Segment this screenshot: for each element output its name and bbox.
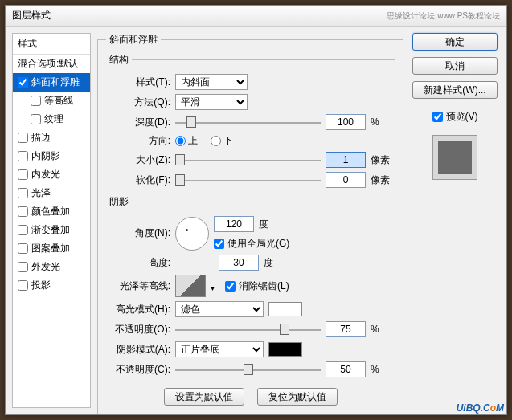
highlight-opacity-unit: % [371,324,395,335]
angle-label: 角度(N): [106,226,170,240]
style-bevel-emboss[interactable]: 斜面和浮雕 [13,73,90,92]
styles-list-panel: 样式 混合选项:默认 斜面和浮雕 等高线 纹理 描边 内阴影 内发光 光泽 颜色… [12,33,91,408]
shadow-opacity-input[interactable] [326,361,366,377]
structure-legend: 结构 [106,53,132,67]
bevel-checkbox[interactable] [18,77,28,88]
satin-checkbox[interactable] [18,188,28,198]
texture-checkbox[interactable] [31,114,41,124]
style-inner-glow[interactable]: 内发光 [13,165,90,184]
right-button-panel: 确定 取消 新建样式(W)... 预览(V) [410,33,500,408]
size-input[interactable] [326,152,366,168]
highlight-opacity-slider[interactable] [175,322,321,336]
preview-swatch [432,135,477,180]
style-gradient-overlay[interactable]: 渐变叠加 [13,221,90,239]
inner-glow-checkbox[interactable] [18,169,28,180]
watermark-text: 思缘设计论坛 www PS教程论坛 [387,10,500,22]
soften-unit: 像素 [371,173,395,187]
window-title: 图层样式 [12,9,51,22]
direction-down[interactable]: 下 [211,134,233,148]
style-outer-glow[interactable]: 外发光 [13,258,90,276]
gloss-contour-picker[interactable]: ▾ [175,275,206,297]
shadow-opacity-unit: % [371,364,395,375]
style-blend-options[interactable]: 混合选项:默认 [13,55,90,73]
direction-label: 方向: [106,134,170,148]
style-texture[interactable]: 纹理 [13,110,90,128]
style-contour[interactable]: 等高线 [13,92,90,110]
altitude-label: 高度: [106,256,170,270]
drop-shadow-checkbox[interactable] [18,280,28,291]
depth-label: 深度(D): [106,116,170,129]
contour-checkbox[interactable] [31,96,41,106]
cancel-button[interactable]: 取消 [412,57,498,75]
layer-style-dialog: 图层样式 思缘设计论坛 www PS教程论坛 样式 混合选项:默认 斜面和浮雕 … [5,5,507,415]
stroke-checkbox[interactable] [18,133,28,143]
size-label: 大小(Z): [106,153,170,167]
structure-fieldset: 结构 样式(T): 内斜面 方法(Q): 平滑 深度(D): % [106,53,395,192]
angle-dial[interactable] [175,217,209,251]
styles-header: 样式 [13,34,90,55]
main-settings-panel: 斜面和浮雕 结构 样式(T): 内斜面 方法(Q): 平滑 深度(D): [97,33,403,408]
shadow-opacity-label: 不透明度(C): [106,363,170,377]
pattern-overlay-checkbox[interactable] [18,243,28,254]
reset-default-button[interactable]: 复位为默认值 [257,388,338,406]
angle-input[interactable] [214,216,254,232]
altitude-input[interactable] [219,255,259,271]
style-pattern-overlay[interactable]: 图案叠加 [13,239,90,258]
depth-slider[interactable] [175,115,321,129]
style-color-overlay[interactable]: 颜色叠加 [13,202,90,221]
global-light-check[interactable]: 使用全局光(G) [214,237,289,251]
shading-legend: 阴影 [106,195,132,209]
bevel-legend: 斜面和浮雕 [106,33,161,47]
soften-slider[interactable] [175,173,321,187]
gloss-label: 光泽等高线: [106,279,170,293]
highlight-mode-label: 高光模式(H): [106,303,170,316]
caret-icon: ▾ [211,283,215,292]
technique-label: 方法(Q): [106,96,170,109]
technique-select[interactable]: 平滑 [175,94,248,110]
shadow-color-swatch[interactable] [268,342,302,357]
style-satin[interactable]: 光泽 [13,184,90,202]
antialias-check[interactable]: 消除锯齿(L) [225,279,289,293]
highlight-color-swatch[interactable] [268,302,302,316]
shadow-mode-select[interactable]: 正片叠底 [175,341,264,357]
shadow-opacity-slider[interactable] [175,362,321,377]
color-overlay-checkbox[interactable] [18,206,28,217]
watermark-logo: UiBQ.CoM [457,398,504,415]
gradient-overlay-checkbox[interactable] [18,225,28,235]
make-default-button[interactable]: 设置为默认值 [164,388,244,406]
style-label: 样式(T): [106,75,170,89]
direction-up[interactable]: 上 [175,134,198,148]
size-unit: 像素 [371,153,395,167]
inner-shadow-checkbox[interactable] [18,151,28,161]
titlebar[interactable]: 图层样式 思缘设计论坛 www PS教程论坛 [6,6,506,27]
style-inner-shadow[interactable]: 内阴影 [13,147,90,165]
soften-label: 软化(F): [106,173,170,187]
style-stroke[interactable]: 描边 [13,128,90,147]
highlight-opacity-input[interactable] [326,321,366,337]
altitude-unit: 度 [264,256,288,270]
shading-fieldset: 阴影 角度(N): 度 使用全局光(G) 高度: [106,195,395,381]
new-style-button[interactable]: 新建样式(W)... [412,81,498,99]
bevel-fieldset: 斜面和浮雕 结构 样式(T): 内斜面 方法(Q): 平滑 深度(D): [97,33,403,414]
angle-unit: 度 [259,218,283,231]
highlight-opacity-label: 不透明度(O): [106,323,170,336]
shadow-mode-label: 阴影模式(A): [106,343,170,357]
depth-unit: % [371,116,395,128]
style-select[interactable]: 内斜面 [175,74,248,90]
outer-glow-checkbox[interactable] [18,262,28,272]
ok-button[interactable]: 确定 [412,33,498,51]
style-drop-shadow[interactable]: 投影 [13,276,90,295]
highlight-mode-select[interactable]: 滤色 [175,301,264,317]
size-slider[interactable] [175,153,321,167]
preview-check[interactable]: 预览(V) [432,110,478,124]
soften-input[interactable] [326,172,366,188]
depth-input[interactable] [326,114,366,130]
